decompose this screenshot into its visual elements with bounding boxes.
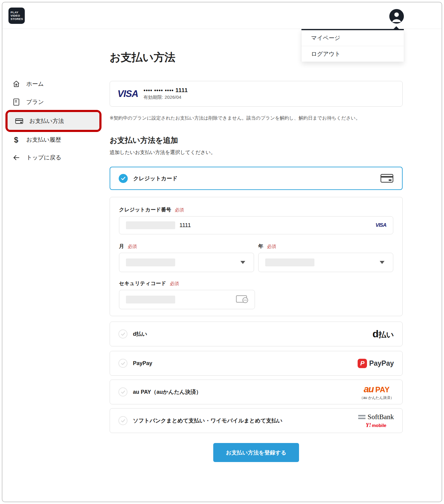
payment-option-paypay[interactable]: PayPay P PayPay [110, 351, 403, 376]
payment-option-label: PayPay [133, 360, 152, 367]
sidebar-item-label: お支払い履歴 [26, 136, 61, 144]
app-logo[interactable]: PLAY VIDEO STORES [8, 8, 25, 24]
aupay-logo-au: au [364, 384, 373, 395]
unchecked-circle-icon [118, 416, 127, 425]
card-number-field-label: クレジットカード番号 必須 [119, 206, 393, 213]
dbarai-logo-d: d [372, 328, 378, 340]
annotation-highlight-box: お支払い方法 [5, 110, 101, 132]
chevron-down-icon [240, 261, 245, 264]
dollar-icon: $ [12, 136, 20, 144]
sidebar-item-payment-history[interactable]: $ お支払い履歴 [2, 133, 102, 146]
paypay-logo: P PayPay [358, 359, 394, 368]
required-badge: 必須 [170, 281, 179, 287]
checked-circle-icon [119, 174, 128, 183]
saved-card-details: •••• •••• •••• 1111 有効期限: 2026/04 [143, 87, 188, 100]
security-code-input[interactable] [119, 290, 255, 309]
logo-line: PLAY [11, 11, 25, 14]
ymobile-logo-text: mobile [372, 423, 386, 428]
sidebar-item-payment-method[interactable]: お支払い方法 [8, 112, 99, 130]
paypay-logo-text: PayPay [369, 359, 394, 368]
unchecked-circle-icon [118, 387, 127, 396]
security-code-label: セキュリティコード [119, 280, 166, 287]
dbarai-logo-text: 払い [378, 330, 394, 340]
paypay-logo-mark: P [358, 359, 367, 368]
redacted-value [126, 221, 175, 229]
menu-caret-icon [393, 26, 399, 29]
add-method-instruction: 追加したいお支払い方法を選択してください。 [110, 149, 403, 156]
saved-card-item: VISA •••• •••• •••• 1111 有効期限: 2026/04 [110, 81, 403, 107]
card-number-last4: 1111 [179, 222, 191, 229]
masked-card-number: •••• •••• •••• 1111 [143, 87, 188, 94]
back-arrow-icon [12, 154, 20, 162]
visa-logo: VISA [117, 88, 138, 99]
year-field: 年 必須 [258, 243, 393, 272]
year-label: 年 [258, 243, 263, 250]
credit-card-icon [380, 173, 394, 183]
sidebar-item-back-to-top[interactable]: トップに戻る [2, 151, 102, 164]
redacted-value [126, 258, 175, 266]
add-method-heading: お支払い方法を追加 [110, 135, 403, 145]
aupay-logo-subtext: （au かんたん決済） [359, 395, 394, 400]
ymobile-logo: Y! mobile [366, 422, 386, 429]
year-select[interactable] [258, 253, 393, 272]
unchecked-circle-icon [118, 359, 127, 368]
sidebar: ホーム プラン お支払い方法 [2, 29, 110, 331]
month-label: 月 [119, 243, 124, 250]
home-icon [12, 80, 20, 88]
security-code-field: セキュリティコード 必須 [119, 280, 393, 309]
menu-item-logout[interactable]: ログアウト [301, 46, 404, 62]
submit-area: お支払い方法を登録する [110, 443, 403, 462]
sidebar-item-plan[interactable]: プラン [2, 95, 102, 109]
expiry-fields: 月 必須 年 必須 [119, 243, 393, 272]
plan-document-icon [12, 98, 20, 106]
menu-item-mypage[interactable]: マイページ [301, 30, 404, 46]
chevron-down-icon [380, 261, 384, 264]
sidebar-item-label: ホーム [26, 80, 44, 88]
softbank-logo: SoftBank Y! mobile [358, 413, 394, 429]
softbank-logo-text: SoftBank [368, 413, 394, 421]
payment-option-label: ソフトバンクまとめて支払い・ワイモバイルまとめて支払い [133, 417, 282, 424]
required-badge: 必須 [175, 207, 184, 213]
cvc-card-icon [236, 294, 249, 305]
payment-option-aupay[interactable]: au PAY（auかんたん決済） au PAY （au かんたん決済） [110, 380, 403, 404]
person-icon [389, 9, 404, 24]
ymobile-logo-y: Y! [366, 422, 371, 429]
sidebar-item-label: お支払い方法 [29, 117, 64, 125]
visa-logo: VISA [375, 222, 386, 228]
unchecked-circle-icon [118, 329, 127, 339]
softbank-bars-icon [358, 415, 365, 419]
month-field: 月 必須 [119, 243, 254, 272]
sidebar-item-home[interactable]: ホーム [2, 77, 102, 91]
card-number-input[interactable]: 1111 VISA [119, 216, 393, 234]
sidebar-item-label: プラン [26, 98, 44, 106]
redacted-value [265, 258, 314, 266]
aupay-logo: au PAY （au かんたん決済） [359, 384, 394, 400]
payment-option-dbarai[interactable]: d払い d 払い [110, 322, 403, 346]
register-payment-method-button[interactable]: お支払い方法を登録する [213, 443, 299, 462]
account-menu: マイページ ログアウト [301, 29, 404, 62]
payment-option-label: クレジットカード [133, 175, 178, 182]
deletion-note: ※契約中のプランに設定されたお支払い方法は削除できません。該当のプランを解約し、… [110, 115, 403, 121]
month-select[interactable] [119, 253, 254, 272]
logo-line: VIDEO [11, 14, 25, 17]
sidebar-item-label: トップに戻る [26, 154, 61, 162]
payment-option-credit-card[interactable]: クレジットカード [110, 167, 403, 190]
card-expiry: 有効期限: 2026/04 [143, 95, 188, 100]
credit-card-form: クレジットカード番号 必須 1111 VISA 月 必須 [110, 197, 403, 316]
payment-option-label: au PAY（auかんたん決済） [133, 388, 201, 396]
dbarai-logo: d 払い [372, 328, 394, 340]
payment-option-label: d払い [133, 330, 147, 338]
redacted-value [126, 296, 175, 303]
payment-option-softbank[interactable]: ソフトバンクまとめて支払い・ワイモバイルまとめて支払い SoftBank Y! … [110, 408, 403, 433]
required-badge: 必須 [128, 244, 137, 249]
logo-line: STORES [11, 17, 25, 21]
page: PLAY VIDEO STORES マイページ ログアウト ホーム [2, 2, 442, 502]
header: PLAY VIDEO STORES [2, 2, 442, 29]
required-badge: 必須 [267, 244, 276, 249]
credit-card-icon [15, 118, 23, 124]
aupay-logo-pay: PAY [375, 385, 390, 394]
card-number-label: クレジットカード番号 [119, 206, 171, 213]
main-content: お支払い方法 VISA •••• •••• •••• 1111 有効期限: 20… [110, 29, 403, 462]
user-avatar-button[interactable] [389, 9, 404, 24]
